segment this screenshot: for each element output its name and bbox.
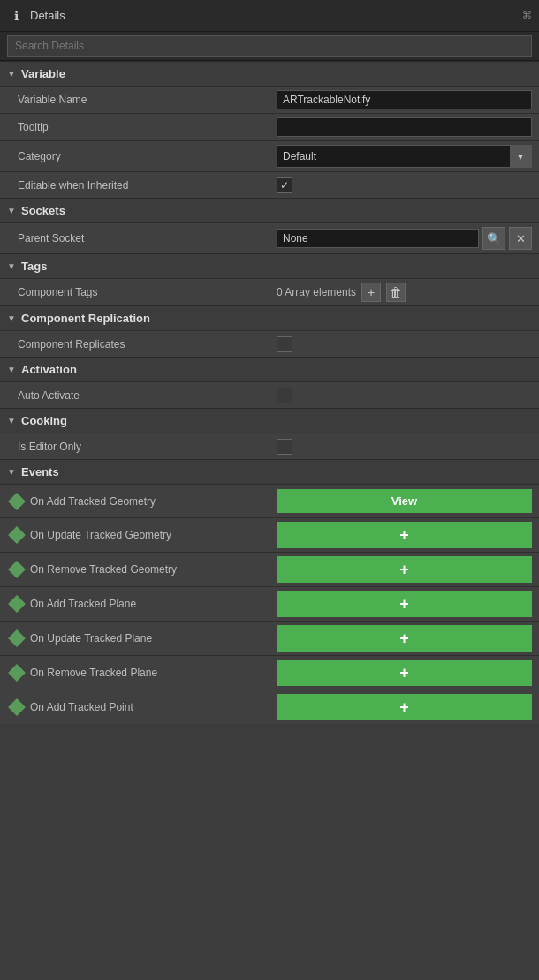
event-label-text: On Remove Tracked Plane [30,667,157,679]
event-add-button[interactable]: + [277,522,532,548]
tooltip-label: Tooltip [0,117,270,137]
event-row: On Remove Tracked Geometry+ [0,552,539,586]
component-replicates-row: Component Replicates [0,330,539,357]
section-component-replication[interactable]: ▼ Component Replication [0,305,539,330]
event-view-button[interactable]: View [277,489,532,513]
event-add-button[interactable]: + [277,660,532,686]
section-sockets[interactable]: ▼ Sockets [0,198,539,222]
section-cooking[interactable]: ▼ Cooking [0,408,539,433]
search-bar [0,32,539,61]
component-replicates-checkbox[interactable] [277,336,292,352]
event-value-2: + [270,553,539,586]
editable-inherited-label: Editable when Inherited [0,176,270,195]
category-dropdown-arrow[interactable]: ▼ [510,146,531,167]
event-label-3: On Add Tracked Plane [0,592,270,615]
sockets-arrow: ▼ [7,206,16,215]
component-replication-arrow: ▼ [7,313,16,323]
section-tags[interactable]: ▼ Tags [0,253,539,278]
event-label-2: On Remove Tracked Geometry [0,558,270,581]
event-label-text: On Add Tracked Geometry [30,495,156,508]
is-editor-only-checkbox[interactable] [277,439,292,455]
editable-inherited-value [270,174,539,197]
event-row: On Update Tracked Plane+ [0,621,539,655]
tags-value-wrap: 0 Array elements + 🗑 [277,283,406,302]
event-value-3: + [270,587,539,621]
event-add-button[interactable]: + [277,556,532,583]
section-activation[interactable]: ▼ Activation [0,357,539,381]
variable-name-row: Variable Name [0,86,539,113]
tags-add-btn[interactable]: + [361,283,381,302]
event-row: On Add Tracked Point+ [0,690,539,724]
info-icon: ℹ [7,7,25,25]
cooking-title: Cooking [21,414,67,427]
event-row: On Add Tracked Plane+ [0,586,539,621]
socket-clear-btn[interactable]: ✕ [509,227,532,250]
search-input[interactable] [7,35,532,57]
tooltip-input[interactable] [277,117,532,137]
cooking-arrow: ▼ [7,416,16,426]
parent-socket-label: Parent Socket [0,229,270,248]
activation-title: Activation [21,363,77,376]
socket-wrap: 🔍 ✕ [277,227,532,250]
socket-search-btn[interactable]: 🔍 [482,227,505,250]
events-arrow: ▼ [7,467,16,477]
event-row: On Update Tracked Geometry+ [0,517,539,552]
event-value-1: + [270,518,539,552]
component-replication-title: Component Replication [21,312,150,325]
variable-name-label: Variable Name [0,90,270,109]
title-bar: ℹ Details ⌘ [0,0,539,32]
section-events[interactable]: ▼ Events [0,459,539,484]
variable-title: Variable [21,67,65,80]
parent-socket-row: Parent Socket 🔍 ✕ [0,222,539,253]
category-row: Category Default ▼ [0,140,539,171]
event-value-6: + [270,690,539,724]
section-variable[interactable]: ▼ Variable [0,61,539,86]
auto-activate-label: Auto Activate [0,386,270,405]
auto-activate-value [270,384,539,407]
tags-arrow: ▼ [7,261,16,271]
event-add-button[interactable]: + [277,625,532,652]
category-dropdown-wrap: Default ▼ [277,145,532,168]
event-label-text: On Add Tracked Plane [30,598,136,610]
activation-arrow: ▼ [7,365,16,374]
event-diamond-icon [8,561,26,578]
parent-socket-value: 🔍 ✕ [270,223,539,253]
variable-arrow: ▼ [7,69,16,79]
event-label-text: On Remove Tracked Geometry [30,563,177,576]
event-diamond-icon [8,664,26,682]
editable-inherited-checkbox[interactable] [277,177,292,193]
event-label-text: On Add Tracked Point [30,701,133,713]
event-value-0: View [270,486,539,516]
event-label-0: On Add Tracked Geometry [0,490,270,513]
event-add-button[interactable]: + [277,591,532,617]
event-label-6: On Add Tracked Point [0,696,270,719]
auto-activate-checkbox[interactable] [277,388,292,403]
socket-input[interactable] [277,229,479,248]
event-value-5: + [270,656,539,690]
component-replicates-value [270,333,539,356]
is-editor-only-row: Is Editor Only [0,433,539,459]
tags-title: Tags [21,260,47,273]
is-editor-only-value [270,435,539,458]
category-value: Default ▼ [270,141,539,171]
event-diamond-icon [8,493,26,510]
event-add-button[interactable]: + [277,694,532,720]
event-diamond-icon [8,698,26,716]
event-label-5: On Remove Tracked Plane [0,661,270,684]
tags-delete-btn[interactable]: 🗑 [386,283,406,302]
component-tags-row: Component Tags 0 Array elements + 🗑 [0,278,539,305]
variable-name-input[interactable] [277,90,532,109]
auto-activate-row: Auto Activate [0,381,539,408]
tags-count: 0 Array elements [277,286,356,298]
variable-name-value [270,87,539,113]
sockets-title: Sockets [21,204,65,217]
event-label-text: On Update Tracked Geometry [30,529,171,541]
is-editor-only-label: Is Editor Only [0,437,270,456]
event-label-4: On Update Tracked Plane [0,627,270,650]
title-bar-title: Details [30,9,65,22]
event-label-1: On Update Tracked Geometry [0,524,270,547]
category-select[interactable]: Default [277,147,510,165]
event-row: On Remove Tracked Plane+ [0,655,539,690]
event-diamond-icon [8,595,26,613]
component-replicates-label: Component Replicates [0,335,270,354]
